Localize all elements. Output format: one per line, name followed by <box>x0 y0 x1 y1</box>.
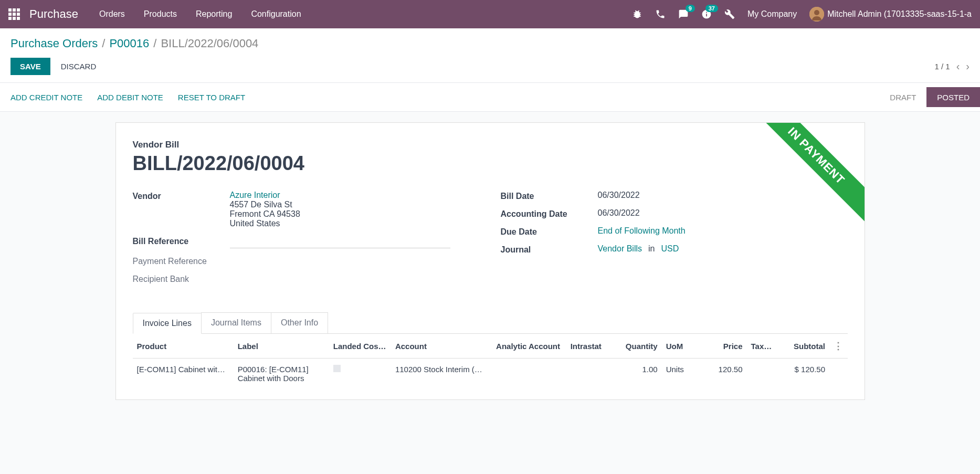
pager-text: 1 / 1 <box>934 62 950 71</box>
tools-icon[interactable] <box>724 9 735 19</box>
systray: 9 37 My Company Mitchell Admin (17013335… <box>632 7 972 22</box>
invoice-lines-table: Product Label Landed Cos… Account Analyt… <box>133 334 848 389</box>
vendor-country: United States <box>230 219 480 228</box>
accounting-date-label: Accounting Date <box>501 208 598 219</box>
breadcrumb-root[interactable]: Purchase Orders <box>10 37 98 50</box>
apps-icon[interactable] <box>8 8 20 20</box>
discard-button[interactable]: DISCARD <box>61 62 97 71</box>
nav-reporting[interactable]: Reporting <box>196 9 232 19</box>
cell-uom[interactable]: Units <box>662 359 699 389</box>
pager-next-icon[interactable]: › <box>966 60 970 72</box>
top-nav: Orders Products Reporting Configuration <box>99 9 301 19</box>
bill-date-label: Bill Date <box>501 191 598 201</box>
breadcrumb-parent[interactable]: P00016 <box>109 37 149 50</box>
due-date-value[interactable]: End of Following Month <box>598 226 848 236</box>
th-product[interactable]: Product <box>133 334 234 359</box>
reset-to-draft-button[interactable]: RESET TO DRAFT <box>178 93 245 102</box>
bill-reference-label: Bill Reference <box>133 236 230 246</box>
pager: 1 / 1 ‹ › <box>934 60 970 72</box>
nav-configuration[interactable]: Configuration <box>251 9 301 19</box>
bug-icon[interactable] <box>632 9 642 19</box>
add-debit-note-button[interactable]: ADD DEBIT NOTE <box>97 93 163 102</box>
th-intrastat[interactable]: Intrastat <box>566 334 614 359</box>
right-column: Bill Date 06/30/2022 Accounting Date 06/… <box>501 191 848 291</box>
bill-reference-input[interactable] <box>230 236 450 248</box>
nav-orders[interactable]: Orders <box>99 9 125 19</box>
vendor-city: Fremont CA 94538 <box>230 209 480 219</box>
action-row: SAVE DISCARD 1 / 1 ‹ › <box>0 50 980 82</box>
avatar <box>809 7 824 22</box>
cell-subtotal: $ 120.50 <box>776 359 829 389</box>
tabs: Invoice Lines Journal Items Other Info <box>133 312 848 334</box>
tab-other-info[interactable]: Other Info <box>271 312 328 333</box>
messages-icon[interactable]: 9 <box>678 9 689 19</box>
form-sheet: IN PAYMENT Vendor Bill BILL/2022/06/0004… <box>115 122 865 400</box>
vendor-value[interactable]: Azure Interior 4557 De Silva St Fremont … <box>230 191 480 228</box>
table-row[interactable]: [E-COM11] Cabinet wit… P00016: [E-COM11]… <box>133 359 848 389</box>
title-label: Vendor Bill <box>133 140 848 150</box>
th-account[interactable]: Account <box>391 334 492 359</box>
nav-products[interactable]: Products <box>144 9 177 19</box>
svg-point-1 <box>814 10 819 15</box>
activities-badge: 37 <box>705 5 718 12</box>
left-column: Vendor Azure Interior 4557 De Silva St F… <box>133 191 480 291</box>
th-subtotal[interactable]: Subtotal <box>776 334 829 359</box>
cell-label[interactable]: P00016: [E-COM11] Cabinet with Doors <box>234 359 329 389</box>
th-label[interactable]: Label <box>234 334 329 359</box>
due-date-label: Due Date <box>501 226 598 237</box>
breadcrumb-current: BILL/2022/06/0004 <box>161 37 258 50</box>
table-header-row: Product Label Landed Cos… Account Analyt… <box>133 334 848 359</box>
th-analytic[interactable]: Analytic Account <box>492 334 566 359</box>
columns-menu-icon[interactable]: ⋮ <box>834 341 843 351</box>
accounting-date-value[interactable]: 06/30/2022 <box>598 208 848 218</box>
phone-icon[interactable] <box>655 9 666 19</box>
breadcrumb-bar: Purchase Orders / P00016 / BILL/2022/06/… <box>0 28 980 50</box>
cell-analytic[interactable] <box>492 359 566 389</box>
record-title: BILL/2022/06/0004 <box>133 152 848 175</box>
journal-value[interactable]: Vendor Bills in USD <box>598 244 848 254</box>
journal-label: Journal <box>501 244 598 255</box>
user-name: Mitchell Admin (17013335-saas-15-1-a <box>827 9 972 19</box>
topbar: Purchase Orders Products Reporting Confi… <box>0 0 980 28</box>
bill-date-value[interactable]: 06/30/2022 <box>598 191 848 200</box>
cell-quantity[interactable]: 1.00 <box>614 359 662 389</box>
journal-in: in <box>648 244 655 254</box>
journal-currency[interactable]: USD <box>661 244 679 254</box>
save-button[interactable]: SAVE <box>10 58 50 75</box>
pager-prev-icon[interactable]: ‹ <box>956 60 960 72</box>
vendor-label: Vendor <box>133 191 230 201</box>
tab-invoice-lines[interactable]: Invoice Lines <box>133 313 202 334</box>
tab-journal-items[interactable]: Journal Items <box>201 312 271 333</box>
th-tax[interactable]: Tax… <box>747 334 776 359</box>
vendor-link[interactable]: Azure Interior <box>230 191 480 200</box>
cell-product[interactable]: [E-COM11] Cabinet wit… <box>137 365 229 374</box>
landed-cost-checkbox[interactable] <box>333 365 341 372</box>
breadcrumb: Purchase Orders / P00016 / BILL/2022/06/… <box>10 37 970 50</box>
th-uom[interactable]: UoM <box>662 334 699 359</box>
user-menu[interactable]: Mitchell Admin (17013335-saas-15-1-a <box>809 7 972 22</box>
cell-tax[interactable] <box>747 359 776 389</box>
brand[interactable]: Purchase <box>29 7 78 21</box>
journal-name[interactable]: Vendor Bills <box>598 244 642 254</box>
cell-account[interactable]: 110200 Stock Interim (… <box>395 365 488 374</box>
add-credit-note-button[interactable]: ADD CREDIT NOTE <box>10 93 82 102</box>
th-price[interactable]: Price <box>699 334 746 359</box>
activities-icon[interactable]: 37 <box>701 9 712 19</box>
th-landed[interactable]: Landed Cos… <box>329 334 391 359</box>
recipient-bank-label: Recipient Bank <box>133 273 230 284</box>
status-posted[interactable]: POSTED <box>926 87 980 107</box>
vendor-street: 4557 De Silva St <box>230 200 480 209</box>
cell-price[interactable]: 120.50 <box>699 359 746 389</box>
statusbar: ADD CREDIT NOTE ADD DEBIT NOTE RESET TO … <box>0 82 980 112</box>
messages-badge: 9 <box>686 5 695 12</box>
th-quantity[interactable]: Quantity <box>614 334 662 359</box>
payment-reference-label: Payment Reference <box>133 256 230 266</box>
cell-intrastat[interactable] <box>566 359 614 389</box>
company-selector[interactable]: My Company <box>747 9 797 19</box>
status-steps: DRAFT POSTED <box>879 87 980 107</box>
